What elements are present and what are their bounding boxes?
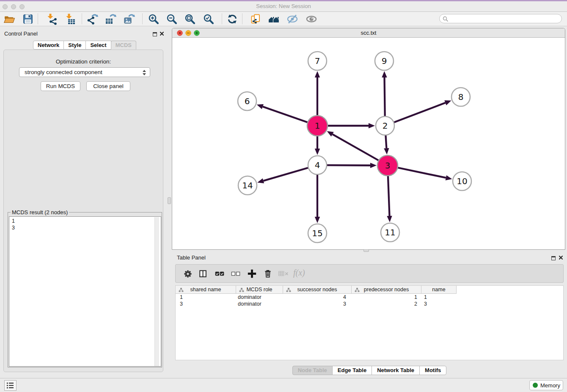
selected-option: strongly connected component — [25, 69, 102, 75]
table-cell[interactable]: dominator — [236, 294, 283, 301]
column-header-name[interactable]: name — [421, 286, 457, 294]
memory-button[interactable]: Memory — [529, 380, 563, 390]
close-panel-icon[interactable] — [559, 256, 563, 259]
column-settings-icon[interactable] — [183, 269, 193, 279]
window-zoom-button[interactable] — [19, 4, 25, 9]
open-session-icon[interactable] — [3, 13, 15, 25]
unselect-all-columns-icon[interactable] — [231, 271, 241, 277]
graph-node-label: 10 — [457, 176, 467, 186]
window-close-button[interactable] — [3, 4, 8, 9]
zoom-fit-icon[interactable] — [184, 13, 196, 25]
network-overview-icon[interactable] — [268, 13, 280, 25]
zoom-in-icon[interactable] — [148, 13, 160, 25]
delete-table-icon[interactable] — [278, 270, 289, 278]
memory-label: Memory — [540, 382, 560, 389]
graph-node-label: 2 — [383, 121, 388, 131]
column-header-shared-name[interactable]: shared name — [176, 286, 236, 294]
float-panel-icon[interactable] — [551, 255, 556, 262]
zoom-out-icon[interactable] — [166, 13, 178, 25]
tab-select[interactable]: Select — [85, 41, 111, 50]
column-header-successor-nodes[interactable]: successor nodes — [283, 286, 352, 294]
main-toolbar — [0, 12, 567, 26]
float-panel-icon[interactable] — [153, 31, 157, 38]
run-mcds-button[interactable]: Run MCDS — [41, 81, 80, 91]
graph-node-label: 4 — [315, 160, 320, 170]
show-details-icon[interactable] — [306, 13, 317, 25]
export-image-icon[interactable] — [123, 13, 135, 25]
column-header-predecessor-nodes[interactable]: predecessor nodes — [352, 286, 421, 294]
table-row[interactable]: 1dominator411 — [176, 294, 563, 301]
network-window-titlebar[interactable]: scc.txt — [172, 28, 565, 38]
hide-details-icon[interactable] — [286, 13, 298, 25]
table-cell[interactable]: 2 — [352, 301, 421, 307]
table-cell[interactable]: 1 — [421, 294, 457, 301]
graph-edge-arrowhead — [315, 217, 320, 223]
close-panel-icon[interactable] — [160, 32, 164, 36]
tab-style[interactable]: Style — [63, 41, 86, 50]
column-label: successor nodes — [297, 287, 337, 293]
select-stepper-icon — [143, 70, 146, 75]
table-cell[interactable]: 4 — [283, 294, 352, 301]
refresh-icon[interactable] — [226, 13, 238, 25]
table-toolbar: f(x) — [175, 264, 564, 283]
mcds-result-line: 3 — [12, 224, 15, 231]
table-panel-tabs: Node Table Edge Table Network Table Moti… — [172, 366, 567, 375]
delete-row-icon[interactable] — [263, 269, 273, 279]
graph-node-label: 9 — [382, 56, 387, 66]
mcds-result-line: 1 — [12, 218, 15, 224]
table-body: 1dominator4113dominator323 — [176, 294, 563, 307]
graph-node-label: 11 — [385, 227, 395, 237]
export-network-icon[interactable] — [86, 13, 98, 25]
split-table-icon[interactable] — [198, 269, 208, 279]
graph-node-label: 1 — [315, 121, 320, 131]
table-cell[interactable]: 1 — [352, 294, 421, 301]
column-header-mcds-role[interactable]: MCDS role — [236, 286, 283, 294]
import-table-icon[interactable] — [64, 13, 76, 25]
scrollbar-track[interactable] — [154, 217, 159, 366]
table-cell[interactable]: dominator — [236, 301, 283, 307]
table-row[interactable]: 3dominator323 — [176, 301, 563, 307]
graph-edge-arrowhead — [257, 104, 264, 109]
zoom-selected-icon[interactable] — [203, 13, 215, 25]
network-graph-canvas[interactable]: 1234678910111415 — [172, 37, 564, 249]
graph-edge-arrowhead — [387, 216, 392, 222]
optimization-criterion-select[interactable]: strongly connected component — [19, 67, 150, 77]
table-cell[interactable]: 1 — [176, 294, 236, 301]
export-table-icon[interactable] — [105, 13, 116, 25]
close-panel-button[interactable]: Close panel — [86, 81, 130, 91]
table-panel-title: Table Panel — [177, 254, 206, 261]
save-session-icon[interactable] — [22, 13, 34, 25]
table-cell[interactable]: 3 — [176, 301, 236, 307]
column-label: predecessor nodes — [364, 287, 409, 293]
panel-splitter-grip[interactable] — [168, 197, 171, 204]
clone-network-icon[interactable] — [250, 13, 261, 25]
tab-edge-table[interactable]: Edge Table — [332, 366, 372, 375]
task-history-button[interactable] — [4, 380, 17, 391]
search-input[interactable] — [439, 14, 562, 23]
table-cell[interactable]: 3 — [421, 301, 457, 307]
tab-network-table[interactable]: Network Table — [372, 366, 420, 375]
window-controls[interactable] — [177, 30, 200, 36]
toolbar-separator — [38, 14, 38, 24]
status-bar: Memory — [0, 378, 567, 392]
tab-node-table[interactable]: Node Table — [292, 366, 333, 375]
toolbar-separator — [142, 14, 143, 24]
control-panel: Control Panel Network Style Select MCDS … — [0, 26, 167, 378]
mcds-result-list[interactable]: 13 — [9, 216, 161, 367]
add-row-icon[interactable] — [246, 268, 258, 279]
app-title: Session: New Session — [0, 1, 567, 11]
table-cell[interactable]: 3 — [283, 301, 352, 307]
control-panel-tabs: Network Style Select MCDS — [33, 41, 136, 50]
import-network-icon[interactable] — [46, 13, 58, 25]
graph-node-label: 3 — [385, 160, 391, 171]
tab-network[interactable]: Network — [33, 41, 64, 50]
column-label: MCDS role — [246, 287, 272, 293]
select-all-columns-icon[interactable] — [215, 271, 225, 277]
toolbar-separator — [222, 14, 222, 24]
apply-function-icon[interactable]: f(x) — [293, 268, 305, 278]
window-minimize-button[interactable] — [11, 4, 16, 9]
tab-mcds[interactable]: MCDS — [111, 41, 136, 50]
column-label: shared name — [190, 287, 221, 293]
tab-motifs[interactable]: Motifs — [419, 366, 446, 375]
network-window-title: scc.txt — [172, 28, 565, 37]
